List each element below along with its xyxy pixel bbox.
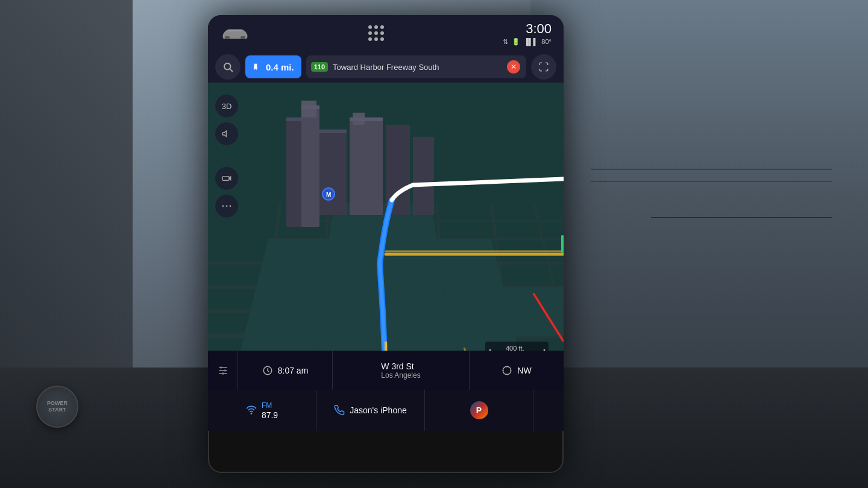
svg-marker-20 [380,239,443,287]
svg-text:M: M [326,192,331,198]
pandora-item[interactable]: P [425,390,533,431]
svg-rect-34 [350,119,383,215]
volume-button[interactable] [215,122,238,145]
3d-label: 3D [222,102,232,111]
map-info-row: 8:07 am W 3rd St Los Angeles NW [208,351,564,390]
arrival-time: 8:07 am [278,366,309,375]
status-icons: ⇅ 🔋 ▐▌▌ 80° [503,38,552,46]
bottom-bar: FM 87.9 Jason's iPhone P [208,390,564,431]
traffic-camera-button[interactable] [215,167,238,190]
svg-rect-42 [350,117,383,121]
svg-rect-40 [301,105,319,109]
settings-item[interactable] [208,351,238,390]
infotainment-screen: 3:00 ⇅ 🔋 ▐▌▌ 80° [208,15,564,473]
temperature: 80° [541,38,552,45]
dots-menu-button[interactable] [215,195,238,217]
clock: 3:00 [526,21,552,37]
close-route-button[interactable]: ✕ [507,60,520,74]
compass-item: NW [470,351,564,390]
svg-point-69 [251,413,252,414]
svg-rect-33 [319,131,347,215]
battery-icon: 🔋 [512,38,520,46]
phone-item[interactable]: Jason's iPhone [316,390,425,431]
svg-line-3 [230,69,232,71]
car-status-icon [220,23,250,43]
status-bar: 3:00 ⇅ 🔋 ▐▌▌ 80° [208,15,564,51]
location-item: W 3rd St Los Angeles [333,351,470,390]
map-area[interactable]: 400 ft. M 3D [208,83,564,390]
svg-marker-18 [256,239,329,287]
search-button[interactable] [215,54,241,80]
svg-rect-32 [301,107,319,227]
svg-point-68 [503,366,512,375]
pandora-icon: P [470,401,488,419]
svg-point-59 [226,205,228,207]
nav-bar: 0.4 mi. 110 Toward Harbor Freeway South … [208,51,564,83]
highway-number: 110 [314,63,325,70]
compass-direction: NW [517,366,531,375]
3d-view-button[interactable]: 3D [215,95,238,117]
radio-frequency: 87.9 [262,410,278,420]
map-controls: 3D [215,95,238,217]
radio-item[interactable]: FM 87.9 [208,390,316,431]
svg-rect-39 [286,117,316,121]
svg-marker-25 [443,287,515,336]
svg-marker-56 [222,131,226,136]
svg-point-60 [230,205,231,207]
status-right: 3:00 ⇅ 🔋 ▐▌▌ 80° [503,21,552,46]
map-svg: 400 ft. M [208,83,564,390]
svg-marker-19 [322,239,383,287]
svg-rect-0 [225,36,230,39]
eta-item: 8:07 am [238,351,333,390]
route-description: Toward Harbor Freeway South [333,63,502,72]
car-interior: POWERSTART 3:00 ⇅ [0,0,868,488]
signal-icon: ▐▌▌ [524,38,538,45]
pandora-letter: P [476,405,482,415]
svg-marker-24 [377,287,446,336]
street-name: W 3rd St [381,361,414,371]
phone-label: Jason's iPhone [350,405,407,415]
svg-rect-41 [319,130,347,133]
svg-rect-57 [222,177,229,181]
distance-display: 0.4 mi. [266,62,294,72]
route-info: 110 Toward Harbor Freeway South ✕ [306,55,526,78]
expand-button[interactable] [531,54,556,80]
grid-menu-button[interactable] [368,25,384,41]
svg-rect-37 [301,101,316,119]
svg-marker-22 [244,287,322,336]
svg-marker-23 [316,287,380,336]
direction-pill: 0.4 mi. [245,55,301,78]
sync-icon: ⇅ [503,38,508,46]
svg-rect-1 [241,36,245,39]
indicator-item [533,390,564,431]
green-indicator [561,235,564,253]
highway-badge: 110 [311,62,328,72]
svg-point-58 [222,205,224,207]
power-start-button[interactable]: POWERSTART [36,386,78,428]
city-name: Los Angeles [381,371,420,380]
svg-rect-36 [413,137,434,215]
power-label: POWERSTART [47,400,68,413]
radio-label: FM [262,401,278,410]
